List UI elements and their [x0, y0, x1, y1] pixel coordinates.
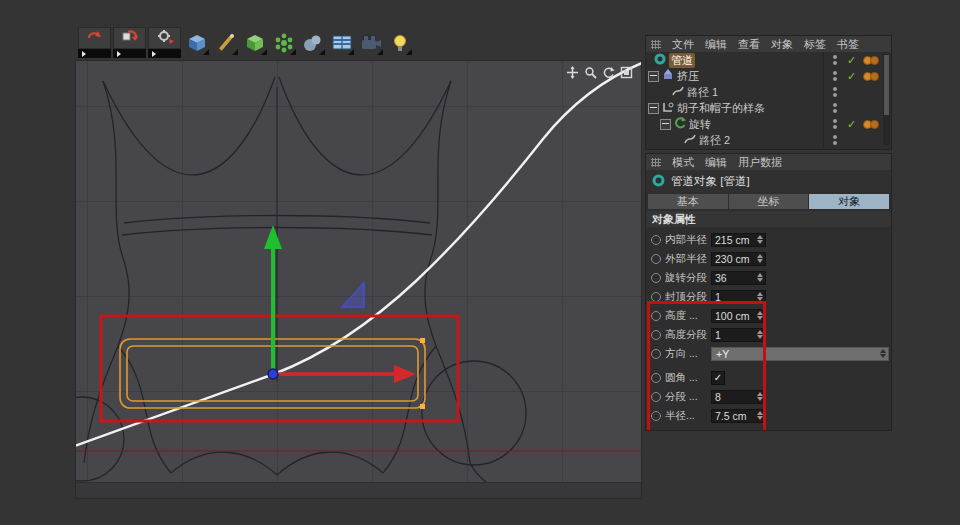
fillet-checkbox[interactable]: ✓ — [711, 371, 725, 385]
inner-radius-row: 内部半径 215 cm — [646, 230, 891, 249]
visibility-dots-icon[interactable] — [828, 135, 841, 145]
keyframe-circle-icon[interactable] — [651, 311, 661, 321]
fillet-radius-field[interactable]: 7.5 cm — [711, 409, 766, 423]
viewport[interactable] — [75, 60, 642, 499]
subdivision-surface-button[interactable] — [242, 30, 268, 56]
origin-handle[interactable] — [268, 369, 278, 379]
stepper-icon[interactable] — [757, 273, 765, 282]
spline-curve[interactable] — [76, 63, 641, 447]
collapse-icon[interactable] — [660, 119, 671, 130]
light-button[interactable] — [387, 30, 413, 56]
object-row-tube[interactable]: 管道 ✓ — [646, 52, 891, 68]
viewport-canvas[interactable] — [76, 61, 641, 498]
visibility-dots-icon[interactable] — [828, 71, 841, 81]
rotation-segments-field[interactable]: 36 — [711, 271, 766, 285]
stepper-icon[interactable] — [757, 311, 765, 320]
menu-view[interactable]: 查看 — [738, 37, 760, 52]
keyframe-circle-icon[interactable] — [651, 330, 661, 340]
expand-arrow-icon — [82, 51, 86, 57]
stepper-icon[interactable] — [757, 254, 765, 263]
redo-button[interactable] — [113, 27, 146, 58]
keyframe-circle-icon[interactable] — [651, 411, 661, 421]
collapse-icon[interactable] — [648, 103, 659, 114]
visibility-dots-icon[interactable] — [828, 103, 841, 113]
phong-tag-icon[interactable] — [862, 120, 880, 129]
visibility-dots-icon[interactable] — [828, 119, 841, 129]
collapse-icon[interactable] — [648, 71, 659, 82]
cube-primitive-button[interactable] — [184, 30, 210, 56]
pan-icon[interactable] — [565, 65, 579, 79]
stepper-icon[interactable] — [757, 235, 765, 244]
height-field[interactable]: 100 cm — [711, 309, 766, 323]
menu-edit[interactable]: 编辑 — [705, 155, 727, 170]
array-generator-button[interactable] — [271, 30, 297, 56]
keyframe-circle-icon[interactable] — [651, 392, 661, 402]
metaball-button[interactable] — [300, 30, 326, 56]
stepper-icon[interactable] — [757, 292, 765, 301]
tab-basic[interactable]: 基本 — [648, 194, 728, 209]
tree-scrollbar[interactable] — [883, 54, 890, 145]
property-label: 内部半径 — [665, 233, 711, 247]
object-row-path-1[interactable]: 路径 1 — [646, 84, 891, 100]
keyframe-circle-icon[interactable] — [651, 235, 661, 245]
x-axis-arrow[interactable] — [279, 365, 416, 383]
menu-bookmarks[interactable]: 书签 — [837, 37, 859, 52]
stepper-icon[interactable] — [757, 392, 765, 401]
tab-coordinates[interactable]: 坐标 — [729, 194, 809, 209]
orientation-dropdown[interactable]: +Y — [711, 347, 889, 361]
visibility-dots-icon[interactable] — [828, 87, 841, 97]
keyframe-circle-icon[interactable] — [651, 273, 661, 283]
enable-check-icon[interactable]: ✓ — [845, 70, 858, 83]
menu-tags[interactable]: 标签 — [804, 37, 826, 52]
floor-button[interactable] — [329, 30, 355, 56]
keyframe-circle-icon[interactable] — [651, 349, 661, 359]
visibility-dots-icon[interactable] — [828, 55, 841, 65]
y-axis-arrow[interactable] — [264, 225, 282, 374]
property-label: 半径... — [665, 409, 711, 423]
tube-vertex-dot[interactable] — [420, 404, 425, 409]
phong-tag-icon[interactable] — [862, 56, 880, 65]
redo-options-strip[interactable] — [113, 49, 146, 58]
height-segments-field[interactable]: 1 — [711, 328, 766, 342]
undo-icon — [85, 28, 105, 48]
undo-options-strip[interactable] — [78, 49, 111, 58]
menu-user-data[interactable]: 用户数据 — [738, 155, 782, 170]
zoom-icon[interactable] — [583, 65, 597, 79]
stepper-icon[interactable] — [757, 411, 765, 420]
panel-grip-icon[interactable] — [651, 158, 661, 167]
keyframe-circle-icon[interactable] — [651, 373, 661, 383]
menu-edit[interactable]: 编辑 — [705, 37, 727, 52]
tab-object[interactable]: 对象 — [809, 194, 889, 209]
tube-vertex-dot[interactable] — [420, 338, 425, 343]
fillet-segments-field[interactable]: 8 — [711, 390, 766, 404]
outer-radius-field[interactable]: 230 cm — [711, 252, 766, 266]
phong-tag-icon[interactable] — [862, 72, 880, 81]
object-row-spline-group[interactable]: 胡子和帽子的样条 — [646, 100, 891, 116]
maximize-view-icon[interactable] — [619, 65, 633, 79]
tool-settings-button[interactable] — [148, 27, 181, 58]
bank-handle[interactable] — [342, 283, 364, 307]
cap-segments-field[interactable]: 1 — [711, 290, 766, 304]
menu-file[interactable]: 文件 — [672, 37, 694, 52]
rotate-icon[interactable] — [601, 65, 615, 79]
object-row-path-2[interactable]: 路径 2 — [646, 132, 891, 148]
undo-button[interactable] — [78, 27, 111, 58]
enable-check-icon[interactable]: ✓ — [845, 118, 858, 131]
camera-button[interactable] — [358, 30, 384, 56]
object-row-lathe[interactable]: 旋转 ✓ — [646, 116, 891, 132]
inner-radius-field[interactable]: 215 cm — [711, 233, 766, 247]
object-label: 旋转 — [689, 117, 711, 132]
menu-object[interactable]: 对象 — [771, 37, 793, 52]
keyframe-circle-icon[interactable] — [651, 254, 661, 264]
stepper-icon[interactable] — [757, 330, 765, 339]
attribute-menubar: 模式 编辑 用户数据 — [646, 154, 891, 170]
object-row-extrude[interactable]: 挤压 ✓ — [646, 68, 891, 84]
tool-options-strip[interactable] — [148, 49, 181, 58]
keyframe-circle-icon[interactable] — [651, 292, 661, 302]
menu-mode[interactable]: 模式 — [672, 155, 694, 170]
property-label: 旋转分段 — [665, 271, 711, 285]
spline-pen-button[interactable] — [213, 30, 239, 56]
panel-grip-icon[interactable] — [651, 40, 661, 49]
field-value: 8 — [715, 391, 721, 403]
enable-check-icon[interactable]: ✓ — [845, 54, 858, 67]
